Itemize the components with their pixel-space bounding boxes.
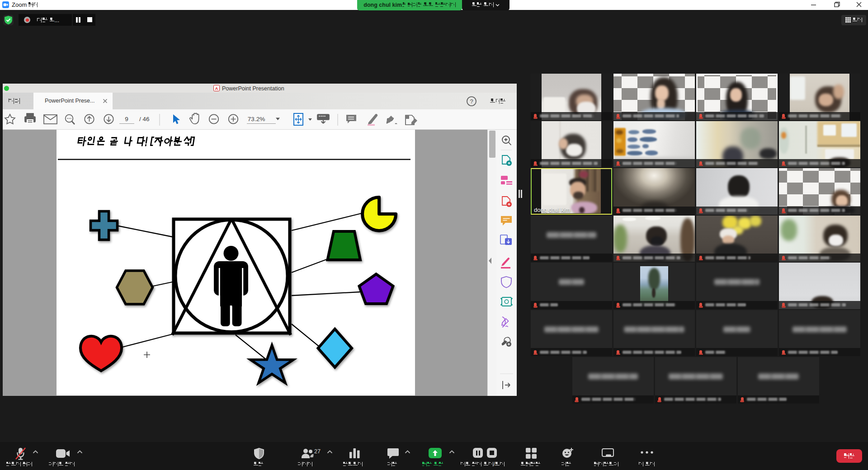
svg-text:?: ? <box>470 98 473 105</box>
svg-text:A: A <box>215 86 218 91</box>
svg-text:73.2%: 73.2% <box>248 116 265 122</box>
svg-text:/ 46: / 46 <box>139 116 150 122</box>
svg-text:9: 9 <box>125 116 128 122</box>
